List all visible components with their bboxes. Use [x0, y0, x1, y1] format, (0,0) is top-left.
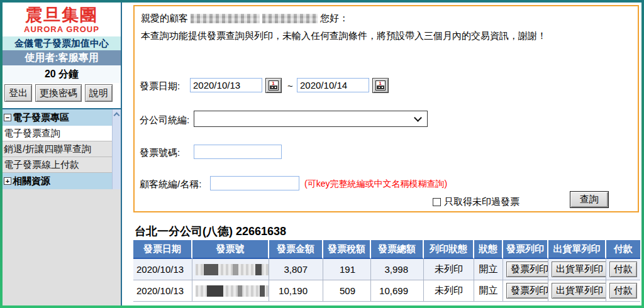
- unprinted-only-label: 只取得未印過發票: [444, 196, 519, 208]
- chevron-up-icon: [114, 113, 120, 119]
- col-invoice-no: 發票號: [192, 240, 269, 259]
- unprinted-only-checkbox[interactable]: [433, 198, 441, 206]
- invoice-table: 發票日期 發票號 發票金額 發票稅額 發票總額 列印狀態 狀態 發票列印 出貨單…: [133, 240, 640, 302]
- sidebar-button-row: 登出 更換密碼 說明: [3, 83, 121, 103]
- greeting-suffix: 您好：: [320, 13, 348, 25]
- brand-logo: 震旦集團 AURORA GROUP: [3, 3, 121, 36]
- app-window: 震旦集團 AURORA GROUP 金儀電子發票加值中心 使用者:客服專用 20…: [0, 0, 644, 308]
- search-button[interactable]: 查詢: [570, 191, 609, 208]
- menu-group-einvoice[interactable]: − 電子發票專區: [3, 109, 121, 126]
- col-tax: 發票稅額: [323, 240, 371, 259]
- customer-label: 顧客統編/名稱:: [140, 179, 201, 190]
- date-from-input[interactable]: [190, 78, 262, 92]
- cell-status: 開立: [474, 280, 503, 302]
- app-body: 震旦集團 AURORA GROUP 金儀電子發票加值中心 使用者:客服專用 20…: [3, 3, 641, 305]
- main-content: 親愛的顧客 您好： 本查詢功能提供發票查詢與列印，未輸入任何查詢條件，將預設帶入…: [131, 3, 641, 305]
- customer-name-redacted: [262, 14, 318, 23]
- menu-item-online-payment[interactable]: 電子發票線上付款: [3, 157, 121, 173]
- branch-label: 分公司統編:: [140, 114, 189, 126]
- col-amount: 發票金額: [269, 240, 323, 259]
- customer-name-redacted: [191, 14, 260, 23]
- cell-invoice-no: [192, 259, 269, 280]
- cell-amount: 10,190: [269, 280, 323, 302]
- logout-button[interactable]: 登出: [4, 84, 32, 102]
- menu-scrollbar[interactable]: [112, 109, 121, 189]
- user-banner: 使用者:客服專用: [3, 50, 121, 65]
- cell-total: 10,699: [371, 280, 424, 302]
- col-status: 狀態: [474, 240, 503, 259]
- help-button[interactable]: 說明: [85, 84, 113, 102]
- invoice-no-redacted: [196, 285, 269, 297]
- table-row: 2020/10/13 10,190 509 10,699 未列印 開立 發票列印…: [133, 280, 640, 302]
- col-print-status: 列印狀態: [424, 240, 474, 259]
- menu-item-return-allowance-query[interactable]: 銷退/折讓四聯單查詢: [3, 141, 121, 157]
- menu-group-label: 電子發票專區: [13, 112, 69, 124]
- cell-tax: 191: [323, 259, 371, 280]
- greeting-line: 親愛的顧客 您好：: [141, 13, 348, 25]
- col-shipping-print: 出貨單列印: [548, 240, 606, 259]
- brand-title: 震旦集團: [3, 6, 121, 25]
- cell-print-status: 未列印: [424, 259, 474, 280]
- scroll-up-button[interactable]: [113, 109, 121, 119]
- col-invoice-print: 發票列印: [503, 240, 548, 259]
- payment-button[interactable]: 付款: [609, 283, 637, 299]
- sidebar-menu: − 電子發票專區 電子發票查詢 銷退/折讓四聯單查詢 電子發票線上付款 + 相關…: [3, 108, 121, 189]
- sidebar: 震旦集團 AURORA GROUP 金儀電子發票加值中心 使用者:客服專用 20…: [3, 3, 122, 305]
- invoice-print-button[interactable]: 發票列印: [506, 283, 548, 299]
- cell-invoice-no: [192, 280, 269, 302]
- menu-group-related-resources[interactable]: + 相關資源: [3, 173, 121, 189]
- query-form-panel: 親愛的顧客 您好： 本查詢功能提供發票查詢與列印，未輸入任何查詢條件，將預設帶入…: [133, 5, 639, 212]
- payment-button[interactable]: 付款: [609, 261, 637, 277]
- service-center-banner: 金儀電子發票加值中心: [3, 36, 121, 50]
- cell-total: 3,998: [371, 259, 424, 280]
- cell-print-status: 未列印: [424, 280, 474, 302]
- cell-invoice-date: 2020/10/13: [133, 259, 192, 280]
- menu-item-einvoice-query[interactable]: 電子發票查詢: [3, 126, 121, 141]
- menu-group-label: 相關資源: [13, 175, 50, 187]
- cell-status: 開立: [474, 259, 503, 280]
- sidebar-spacer: [3, 103, 121, 108]
- change-password-button[interactable]: 更換密碼: [35, 84, 82, 102]
- invoice-print-button[interactable]: 發票列印: [506, 261, 548, 277]
- cell-amount: 3,807: [269, 259, 323, 280]
- table-header-row: 發票日期 發票號 發票金額 發票稅額 發票總額 列印狀態 狀態 發票列印 出貨單…: [133, 240, 640, 259]
- session-timer: 20 分鐘: [3, 65, 121, 83]
- calendar-icon: 1 2: [375, 80, 386, 91]
- invoice-no-input[interactable]: [194, 145, 282, 159]
- tree-expand-icon[interactable]: +: [4, 177, 11, 185]
- date-range-separator: ~: [287, 80, 293, 91]
- table-row: 2020/10/13 3,807 191 3,998 未列印 開立 發票列印 出…: [133, 259, 640, 280]
- unprinted-only-row: 只取得未印過發票: [433, 196, 519, 208]
- customer-input[interactable]: [210, 176, 299, 190]
- brand-subtitle: AURORA GROUP: [3, 25, 121, 34]
- date-to-calendar-button[interactable]: 1 2: [372, 78, 389, 93]
- col-payment: 付款: [606, 240, 640, 259]
- invoice-date-label: 發票日期:: [140, 80, 180, 92]
- col-invoice-date: 發票日期: [133, 240, 192, 259]
- chevron-down-icon: [414, 114, 422, 122]
- invoice-no-label: 發票號碼:: [140, 147, 180, 159]
- invoice-no-redacted: [196, 264, 269, 275]
- branch-select[interactable]: [194, 111, 428, 127]
- greeting-prefix: 親愛的顧客: [141, 13, 188, 25]
- company-title: 台北一分公司(八德) 22661638: [135, 224, 286, 239]
- shipping-print-button[interactable]: 出貨單列印: [552, 261, 606, 277]
- date-to-input[interactable]: [297, 78, 369, 92]
- shipping-print-button[interactable]: 出貨單列印: [552, 283, 606, 299]
- cell-tax: 509: [323, 280, 371, 302]
- customer-hint: (可key完整統編或中文名稱模糊查詢): [304, 179, 447, 190]
- col-total: 發票總額: [371, 240, 424, 259]
- tree-collapse-icon[interactable]: −: [4, 114, 11, 121]
- cell-invoice-date: 2020/10/13: [133, 280, 192, 302]
- sidebar-empty-area: [3, 189, 121, 305]
- intro-text: 本查詢功能提供發票查詢與列印，未輸入任何查詢條件，將預設帶入三個月內的交易資訊，…: [141, 30, 547, 42]
- date-from-calendar-button[interactable]: 1 2: [265, 78, 282, 93]
- calendar-icon: 1 2: [269, 80, 279, 91]
